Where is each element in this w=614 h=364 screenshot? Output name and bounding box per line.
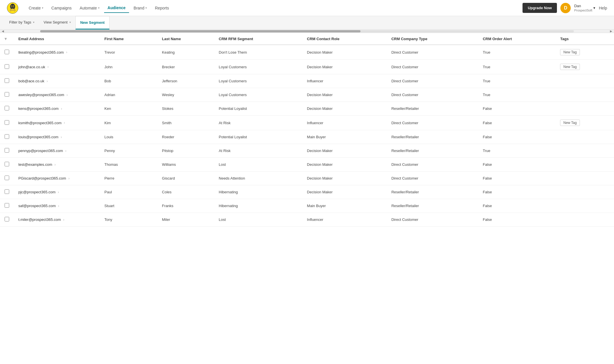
row-checkbox-cell — [0, 144, 14, 158]
tag-badge[interactable]: New Tag — [560, 120, 580, 126]
row-crm-company: Direct Customer — [387, 213, 478, 227]
row-checkbox-cell — [0, 172, 14, 185]
row-expand-arrow[interactable]: › — [63, 218, 64, 222]
row-email: saf@prospect365.com — [18, 204, 56, 208]
table-row: awesley@prospect365.com › Adrian Wesley … — [0, 88, 614, 102]
svg-point-5 — [13, 6, 14, 6]
row-checkbox[interactable] — [5, 217, 9, 221]
column-header-tags[interactable]: Tags — [555, 33, 614, 45]
row-crm-company: Reseller/Retailer — [387, 185, 478, 199]
row-checkbox[interactable] — [5, 64, 9, 69]
nav-item-campaigns[interactable]: Campaigns — [48, 3, 75, 13]
row-checkbox[interactable] — [5, 148, 9, 153]
row-crm-company: Direct Customer — [387, 158, 478, 172]
row-checkbox[interactable] — [5, 162, 9, 166]
row-expand-arrow[interactable]: › — [68, 176, 69, 180]
nav-automate-label: Automate — [80, 6, 97, 10]
nav-item-create[interactable]: Create ▾ — [25, 3, 47, 13]
horizontal-scrollbar[interactable]: ◀ ▶ — [0, 30, 614, 33]
row-checkbox-cell — [0, 130, 14, 144]
row-email-cell: louis@prospect365.com › — [14, 130, 100, 144]
row-checkbox[interactable] — [5, 92, 9, 97]
row-checkbox[interactable] — [5, 106, 9, 110]
row-expand-arrow[interactable]: › — [66, 50, 67, 54]
row-checkbox[interactable] — [5, 50, 9, 54]
row-crm-company: Direct Customer — [387, 45, 478, 60]
row-crm-contact: Decision Maker — [302, 45, 387, 60]
row-email: louis@prospect365.com — [18, 135, 59, 139]
row-email: john@ace.co.uk — [18, 65, 45, 69]
row-checkbox[interactable] — [5, 189, 9, 194]
row-firstname: Thomas — [100, 158, 157, 172]
tag-badge[interactable]: New Tag — [560, 64, 580, 70]
table-row: kens@prospect365.com › Ken Stokes Potent… — [0, 102, 614, 116]
row-expand-arrow[interactable]: › — [65, 149, 67, 153]
row-checkbox-cell — [0, 45, 14, 60]
row-expand-arrow[interactable]: › — [58, 204, 59, 208]
column-header-crm-contact[interactable]: CRM Contact Role — [302, 33, 387, 45]
nav-item-audience[interactable]: Audience — [104, 3, 129, 13]
scroll-track[interactable] — [40, 30, 574, 32]
column-header-crm-company[interactable]: CRM Company Type — [387, 33, 478, 45]
nav-items: Create ▾ Campaigns Automate ▾ Audience B… — [25, 3, 523, 13]
row-checkbox[interactable] — [5, 203, 9, 208]
row-email-cell: pennyp@prospect365.com › — [14, 144, 100, 158]
column-header-lastname[interactable]: Last Name — [157, 33, 214, 45]
user-menu[interactable]: DanProspectSoft ▾ — [574, 4, 595, 12]
row-crm-rfm: Potential Loyalist — [214, 130, 303, 144]
nav-item-automate[interactable]: Automate ▾ — [76, 3, 103, 13]
chevron-down-icon: ▾ — [42, 6, 43, 9]
row-lastname: Franks — [157, 199, 214, 213]
row-crm-contact: Influencer — [302, 116, 387, 130]
row-expand-arrow[interactable]: › — [54, 163, 56, 167]
row-crm-contact: Influencer — [302, 213, 387, 227]
column-header-email[interactable]: Email Address — [14, 33, 100, 45]
row-crm-contact: Decision Maker — [302, 88, 387, 102]
avatar[interactable]: D — [560, 3, 571, 13]
column-header-firstname[interactable]: First Name — [100, 33, 157, 45]
scroll-right-arrow[interactable]: ▶ — [608, 30, 614, 33]
row-checkbox[interactable] — [5, 120, 9, 125]
scroll-left-arrow[interactable]: ◀ — [0, 30, 6, 33]
row-firstname: Bob — [100, 74, 157, 88]
table-row: PGiscard@prospect365.com › Pierre Giscar… — [0, 172, 614, 185]
row-expand-arrow[interactable]: › — [47, 79, 48, 83]
column-header-crm-order[interactable]: CRM Order Alert — [478, 33, 555, 45]
help-link[interactable]: Help — [599, 6, 607, 10]
row-checkbox[interactable] — [5, 78, 9, 83]
row-email: awesley@prospect365.com — [18, 93, 64, 97]
mailchimp-logo[interactable] — [7, 2, 18, 14]
row-expand-arrow[interactable]: › — [61, 135, 62, 139]
column-header-select: ▾ — [0, 33, 14, 45]
row-firstname: Paul — [100, 185, 157, 199]
upgrade-now-button[interactable]: Upgrade Now — [523, 3, 557, 13]
row-checkbox[interactable] — [5, 134, 9, 139]
scroll-thumb[interactable] — [40, 30, 360, 32]
table-body: tkeating@prospect365.com › Trevor Keatin… — [0, 45, 614, 227]
row-crm-order: False — [478, 116, 555, 130]
row-lastname: Roeder — [157, 130, 214, 144]
chevron-down-icon: ▾ — [69, 21, 71, 24]
row-expand-arrow[interactable]: › — [58, 190, 59, 194]
row-expand-arrow[interactable]: › — [47, 65, 48, 69]
tag-badge[interactable]: New Tag — [560, 49, 580, 55]
nav-brand-label: Brand — [134, 6, 144, 10]
row-checkbox[interactable] — [5, 176, 9, 180]
filter-by-tags-button[interactable]: Filter by Tags ▾ — [5, 16, 39, 29]
column-header-crm-rfm[interactable]: CRM RFM Segment — [214, 33, 303, 45]
row-crm-contact: Main Buyer — [302, 130, 387, 144]
row-expand-arrow[interactable]: › — [61, 107, 62, 111]
row-expand-arrow[interactable]: › — [64, 121, 65, 125]
crm-rfm-header-label: CRM RFM Segment — [219, 37, 253, 41]
row-tags — [555, 102, 614, 116]
row-email: PGiscard@prospect365.com — [18, 176, 66, 180]
user-display-name: DanProspectSoft — [574, 4, 592, 12]
nav-item-brand[interactable]: Brand ▾ — [130, 3, 150, 13]
nav-item-reports[interactable]: Reports — [151, 3, 172, 13]
row-crm-order: False — [478, 213, 555, 227]
new-segment-button[interactable]: New Segment — [75, 16, 110, 30]
row-crm-order: True — [478, 45, 555, 60]
row-expand-arrow[interactable]: › — [67, 93, 68, 97]
row-crm-rfm: Needs Attention — [214, 172, 303, 185]
view-segment-button[interactable]: View Segment ▾ — [39, 16, 75, 29]
